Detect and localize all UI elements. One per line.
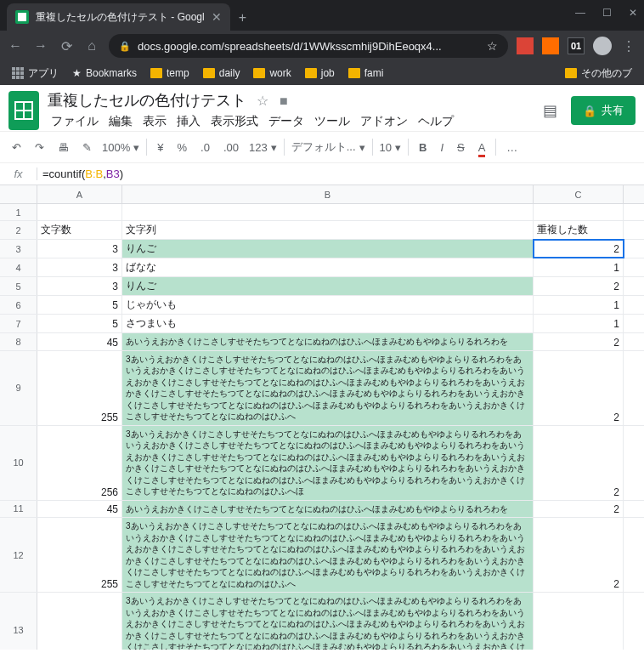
cell-C7[interactable]: 1	[534, 315, 624, 332]
row-header[interactable]: 3	[0, 240, 37, 258]
redo-button[interactable]: ↷	[31, 139, 48, 156]
font-size-select[interactable]: 10▾	[380, 141, 401, 154]
row-header[interactable]: 11	[0, 501, 37, 518]
zoom-select[interactable]: 100%▾	[102, 141, 139, 154]
cell-A9[interactable]: 255	[37, 351, 122, 425]
print-button[interactable]: 🖶	[54, 139, 72, 156]
cell-A3[interactable]: 3	[37, 240, 122, 258]
cell-B3[interactable]: りんご	[122, 240, 534, 258]
cell-A4[interactable]: 3	[37, 258, 122, 276]
cell-B10[interactable]: 3あいうえおかきくけこさしすせそたちつてとなにぬねのはひふへほまみむめもやゆよら…	[122, 426, 534, 500]
cell-B8[interactable]: あいうえおかきくけこさしすせそたちつてとなにぬねのはひふへほまみむめもやゆよらり…	[122, 333, 534, 350]
undo-button[interactable]: ↶	[8, 139, 25, 156]
menu-help[interactable]: ヘルプ	[415, 112, 457, 131]
cell-B11[interactable]: あいうえおかきくけこさしすせそたちつてとなにぬねのはひふへほまみむめもやゆよらり…	[122, 501, 534, 518]
cell-A2[interactable]: 文字数	[37, 221, 122, 239]
folder-work[interactable]: work	[248, 65, 296, 81]
menu-data[interactable]: データ	[265, 112, 308, 131]
address-bar[interactable]: 🔒 docs.google.com/spreadsheets/d/1WWkssc…	[109, 34, 508, 58]
row-header[interactable]: 8	[0, 333, 37, 350]
new-tab-button[interactable]: +	[239, 10, 246, 31]
back-button[interactable]: ←	[7, 38, 24, 54]
bold-button[interactable]: B	[415, 139, 430, 156]
paint-format-button[interactable]: ✎	[79, 139, 95, 156]
extension-icon-1[interactable]	[517, 37, 534, 54]
cell-A8[interactable]: 45	[37, 333, 122, 350]
profile-avatar[interactable]	[593, 37, 612, 55]
menu-file[interactable]: ファイル	[48, 112, 102, 131]
row-header[interactable]: 4	[0, 258, 37, 276]
formula-input[interactable]: =countif(B:B,B3)	[37, 168, 128, 180]
cell-C1[interactable]	[534, 204, 624, 220]
extension-badge[interactable]: 01	[568, 37, 585, 54]
row-header[interactable]: 6	[0, 296, 37, 314]
cell-B9[interactable]: 3あいうえおかきくけこさしすせそたちつてとなにぬねのはひふへほまみむめもやゆよら…	[122, 351, 534, 425]
cell-B5[interactable]: りんご	[122, 277, 534, 295]
row-header[interactable]: 12	[0, 518, 37, 592]
forward-button[interactable]: →	[32, 38, 49, 54]
cell-B4[interactable]: ばなな	[122, 258, 534, 276]
font-select[interactable]: デフォルト...▾	[291, 139, 365, 155]
cell-B12[interactable]: 3あいうえおかきくけこさしすせそたちつてとなにぬねのはひふへほまみむめもやゆよら…	[122, 518, 534, 592]
cell-C6[interactable]: 1	[534, 296, 624, 314]
cell-A11[interactable]: 45	[37, 501, 122, 518]
select-all-cell[interactable]	[0, 185, 37, 203]
cell-B6[interactable]: じゃがいも	[122, 296, 534, 314]
cell-C11[interactable]: 2	[534, 501, 624, 518]
menu-tools[interactable]: ツール	[311, 112, 353, 131]
bookmark-star-icon[interactable]: ☆	[487, 39, 498, 53]
cell-C12[interactable]: 2	[534, 518, 624, 592]
extension-icon-2[interactable]	[542, 37, 559, 54]
document-title[interactable]: 重複したセルの色付けテスト	[48, 90, 246, 111]
row-header[interactable]: 2	[0, 221, 37, 239]
cell-B1[interactable]	[122, 204, 534, 220]
tab-close-icon[interactable]: ✕	[212, 10, 222, 24]
menu-insert[interactable]: 挿入	[173, 112, 204, 131]
apps-bookmark[interactable]: アプリ	[7, 65, 64, 82]
home-button[interactable]: ⌂	[83, 38, 100, 54]
italic-button[interactable]: I	[437, 139, 447, 156]
percent-button[interactable]: %	[173, 139, 190, 156]
row-header[interactable]: 7	[0, 315, 37, 332]
cell-C13[interactable]: 2	[534, 593, 624, 650]
cell-B7[interactable]: さつまいも	[122, 315, 534, 332]
cell-C4[interactable]: 1	[534, 258, 624, 276]
cell-A13[interactable]: 256	[37, 593, 122, 650]
star-document-icon[interactable]: ☆	[257, 94, 268, 108]
close-icon[interactable]: ✕	[629, 7, 637, 19]
text-color-button[interactable]: A	[475, 139, 489, 156]
move-folder-icon[interactable]: ■	[280, 94, 288, 108]
cell-A6[interactable]: 5	[37, 296, 122, 314]
minimize-icon[interactable]: —	[575, 7, 585, 19]
folder-job[interactable]: job	[300, 65, 340, 81]
browser-tab[interactable]: 重複したセルの色付けテスト - Googl ✕	[7, 3, 230, 31]
folder-daily[interactable]: daily	[198, 65, 246, 81]
browser-menu-icon[interactable]: ⋮	[620, 38, 637, 54]
cell-A7[interactable]: 5	[37, 315, 122, 332]
cell-C8[interactable]: 2	[534, 333, 624, 350]
decrease-decimal-button[interactable]: .0	[197, 139, 213, 156]
row-header[interactable]: 5	[0, 277, 37, 295]
row-header[interactable]: 13	[0, 593, 37, 650]
cell-C3[interactable]: 2	[534, 240, 624, 258]
col-header-B[interactable]: B	[122, 185, 534, 203]
cell-C9[interactable]: 2	[534, 351, 624, 425]
cell-B2[interactable]: 文字列	[122, 221, 534, 239]
folder-fami[interactable]: fami	[343, 65, 389, 81]
number-format-select[interactable]: 123▾	[249, 141, 277, 154]
maximize-icon[interactable]: ☐	[602, 7, 612, 19]
row-header[interactable]: 10	[0, 426, 37, 500]
menu-edit[interactable]: 編集	[105, 112, 136, 131]
cell-A1[interactable]	[37, 204, 122, 220]
row-header[interactable]: 1	[0, 204, 37, 220]
col-header-A[interactable]: A	[37, 185, 122, 203]
cell-B13[interactable]: 3あいうえおかきくけこさしすせそたちつてとなにぬねのはひふへほまみむめもやゆよら…	[122, 593, 534, 650]
col-header-C[interactable]: C	[534, 185, 624, 203]
currency-button[interactable]: ¥	[154, 139, 167, 156]
menu-format[interactable]: 表示形式	[207, 112, 262, 131]
cell-A5[interactable]: 3	[37, 277, 122, 295]
sheets-logo[interactable]	[8, 91, 39, 130]
cell-A10[interactable]: 256	[37, 426, 122, 500]
cell-C5[interactable]: 2	[534, 277, 624, 295]
cell-A12[interactable]: 255	[37, 518, 122, 592]
